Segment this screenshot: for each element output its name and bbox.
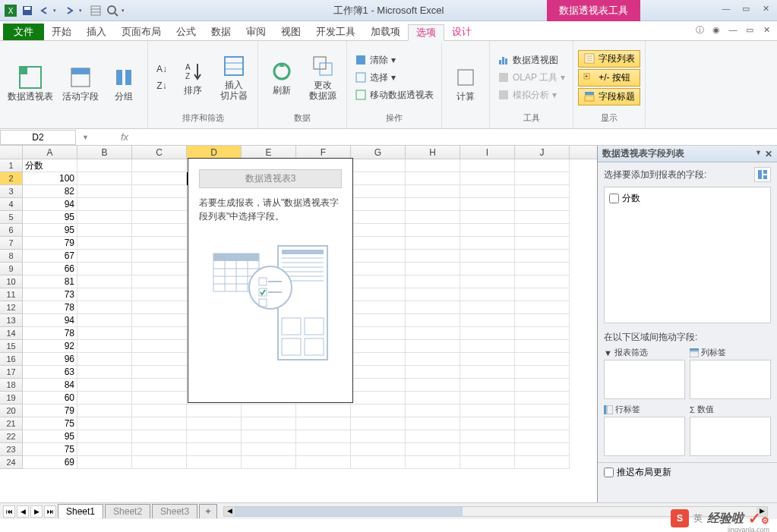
- cell[interactable]: [187, 456, 242, 469]
- cell[interactable]: [460, 301, 515, 314]
- cell[interactable]: [515, 301, 570, 314]
- cell[interactable]: [132, 263, 187, 275]
- cell[interactable]: [351, 198, 406, 211]
- cell[interactable]: [242, 456, 296, 469]
- cell[interactable]: [406, 327, 460, 340]
- pivot-chart-button[interactable]: 数据透视图: [494, 52, 568, 68]
- worksheet-grid[interactable]: ABCDEFGHIJ 1分数21003824945956957798679661…: [0, 146, 597, 502]
- cell[interactable]: [77, 417, 132, 430]
- cell[interactable]: [351, 288, 406, 301]
- cell[interactable]: [351, 185, 406, 198]
- cell[interactable]: [77, 430, 132, 443]
- columns-drop-area[interactable]: [690, 360, 771, 399]
- tab-options[interactable]: 选项: [408, 24, 444, 41]
- cell[interactable]: [351, 172, 406, 185]
- cell[interactable]: 78: [23, 301, 77, 314]
- cell[interactable]: 100: [23, 172, 77, 185]
- cell[interactable]: 78: [23, 327, 77, 340]
- undo-button[interactable]: [36, 3, 52, 18]
- cell[interactable]: 95: [23, 224, 77, 237]
- move-pivot-button[interactable]: 移动数据透视表: [352, 87, 437, 103]
- insert-slicer-button[interactable]: 插入 切片器: [215, 52, 253, 102]
- row-header[interactable]: 12: [0, 301, 23, 314]
- column-header[interactable]: A: [23, 146, 77, 159]
- cell[interactable]: [77, 327, 132, 340]
- workbook-close-button[interactable]: ✕: [760, 24, 772, 35]
- sheet-nav-next[interactable]: ▶: [30, 505, 43, 518]
- cell[interactable]: [460, 288, 515, 301]
- row-header[interactable]: 17: [0, 366, 23, 379]
- cell[interactable]: [460, 172, 515, 185]
- sheet-nav-first[interactable]: ⏮: [3, 505, 15, 518]
- column-header[interactable]: J: [515, 146, 570, 159]
- cell[interactable]: [132, 301, 187, 314]
- cell[interactable]: [406, 456, 460, 469]
- cell[interactable]: [77, 340, 132, 353]
- cell[interactable]: [460, 417, 515, 430]
- row-header[interactable]: 15: [0, 340, 23, 353]
- cell[interactable]: 67: [23, 250, 77, 263]
- cell[interactable]: [351, 263, 406, 275]
- row-header[interactable]: 14: [0, 327, 23, 340]
- cell[interactable]: [515, 456, 570, 469]
- cell[interactable]: [460, 211, 515, 224]
- name-box[interactable]: [0, 130, 76, 145]
- defer-layout-checkbox[interactable]: [604, 467, 614, 477]
- cell[interactable]: [77, 159, 132, 172]
- tab-page-layout[interactable]: 页面布局: [114, 24, 169, 40]
- row-header[interactable]: 6: [0, 224, 23, 237]
- cell[interactable]: [406, 159, 460, 172]
- tab-design[interactable]: 设计: [444, 24, 479, 40]
- cell[interactable]: [132, 198, 187, 211]
- cell[interactable]: [77, 275, 132, 288]
- cell[interactable]: [460, 314, 515, 327]
- cell[interactable]: [406, 417, 460, 430]
- filter-drop-area[interactable]: [604, 360, 685, 399]
- tab-home[interactable]: 开始: [44, 24, 79, 40]
- cell[interactable]: [406, 185, 460, 198]
- cell[interactable]: [460, 366, 515, 379]
- group-button[interactable]: 分组: [105, 64, 143, 103]
- cell[interactable]: [132, 314, 187, 327]
- field-item[interactable]: 分数: [608, 190, 767, 206]
- workbook-restore-button[interactable]: ▭: [744, 24, 756, 35]
- cell[interactable]: [351, 314, 406, 327]
- cell[interactable]: [77, 392, 132, 405]
- cell[interactable]: [515, 443, 570, 456]
- cell[interactable]: [296, 443, 351, 456]
- row-header[interactable]: 3: [0, 185, 23, 198]
- cell[interactable]: [77, 379, 132, 392]
- cell[interactable]: [132, 211, 187, 224]
- cell[interactable]: [77, 353, 132, 366]
- sort-button[interactable]: AZ排序: [174, 58, 212, 97]
- cell[interactable]: 95: [23, 211, 77, 224]
- cell[interactable]: [187, 430, 242, 443]
- cell[interactable]: [77, 263, 132, 275]
- cell[interactable]: [77, 224, 132, 237]
- cell[interactable]: [406, 301, 460, 314]
- task-pane-dropdown[interactable]: ▼: [755, 149, 762, 159]
- cell[interactable]: [296, 405, 351, 417]
- sheet-tab-1[interactable]: Sheet1: [58, 504, 103, 518]
- cell[interactable]: [351, 405, 406, 417]
- cell[interactable]: [77, 198, 132, 211]
- cell[interactable]: [406, 263, 460, 275]
- cell[interactable]: 73: [23, 288, 77, 301]
- cell[interactable]: 95: [23, 430, 77, 443]
- row-header[interactable]: 4: [0, 198, 23, 211]
- cell[interactable]: 92: [23, 340, 77, 353]
- cell[interactable]: [351, 443, 406, 456]
- cell[interactable]: [460, 443, 515, 456]
- cell[interactable]: [515, 379, 570, 392]
- row-header[interactable]: 22: [0, 430, 23, 443]
- cell[interactable]: [77, 405, 132, 417]
- cell[interactable]: [77, 443, 132, 456]
- cell[interactable]: 60: [23, 392, 77, 405]
- pivot-table-button[interactable]: 数据透视表: [5, 64, 56, 103]
- field-headers-toggle[interactable]: 字段标题: [578, 88, 640, 105]
- row-header[interactable]: 11: [0, 288, 23, 301]
- tab-review[interactable]: 审阅: [238, 24, 273, 40]
- cell[interactable]: 94: [23, 314, 77, 327]
- cell[interactable]: 81: [23, 275, 77, 288]
- cell[interactable]: [460, 379, 515, 392]
